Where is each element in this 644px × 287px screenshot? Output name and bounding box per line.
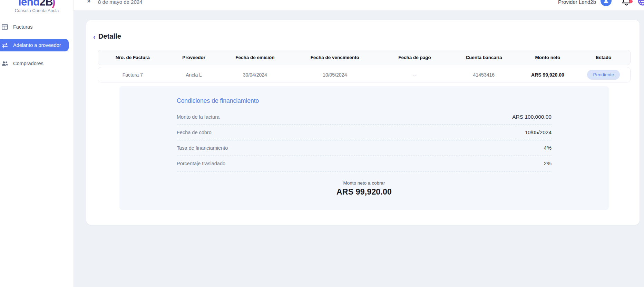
notification-dot <box>629 0 633 3</box>
sidebar-nav: Facturas Adelanto a proveedor Compra <box>0 21 74 70</box>
condition-row-monto-factura: Monto de la factura ARS 100,000.00 <box>177 109 552 125</box>
language-globe-icon[interactable] <box>637 0 644 6</box>
sidebar-collapse-icon[interactable]: » <box>87 0 91 4</box>
condition-label: Monto de la factura <box>177 114 219 120</box>
logo-text-lend: lend <box>18 0 40 8</box>
cell-cuenta-bancaria: 41453416 <box>449 72 518 78</box>
sidebar-item-adelanto-a-proveedor[interactable]: Adelanto a proveedor <box>0 39 69 51</box>
col-header-nro-factura: Nro. de Factura <box>98 55 167 60</box>
logo-swoosh: ) <box>52 0 55 8</box>
sidebar-item-compradores[interactable]: Compradores <box>0 57 74 70</box>
col-header-estado: Estado <box>577 55 630 60</box>
invoices-table-icon <box>1 23 8 30</box>
provider-label: Provider Lend2b <box>558 0 596 6</box>
cell-nro-factura: Factura 7 <box>98 72 167 78</box>
logo: lend2B) Consola Cuenta Ancla <box>0 0 74 13</box>
invoice-table: Nro. de Factura Proveedor Fecha de emisi… <box>98 50 631 82</box>
transfer-arrows-icon <box>1 42 8 49</box>
user-avatar[interactable] <box>601 0 612 6</box>
topbar: » 8 de mayo de 2024 Provider Lend2b <box>74 0 644 10</box>
conditions-title: Condiciones de financiamiento <box>177 97 552 105</box>
status-badge: Pendiente <box>587 70 620 80</box>
condition-label: Fecha de cobro <box>177 130 212 135</box>
notifications-bell-icon[interactable] <box>621 0 633 7</box>
current-date: 8 de mayo de 2024 <box>98 0 142 6</box>
condition-row-fecha-cobro: Fecha de cobro 10/05/2024 <box>177 125 552 140</box>
detail-header: ‹ Detalle <box>86 20 640 40</box>
net-amount-value: ARS 99,920.00 <box>177 187 552 197</box>
cell-monto-neto: ARS 99,920.00 <box>518 72 577 78</box>
condition-label: Tasa de financiamiento <box>177 145 228 151</box>
console-subtitle: Consola Cuenta Ancla <box>0 8 74 13</box>
condition-label: Porcentaje trasladado <box>177 161 225 166</box>
detail-card: ‹ Detalle Nro. de Factura Proveedor Fech… <box>86 20 640 225</box>
condition-value: 4% <box>544 145 552 151</box>
net-amount-summary: Monto neto a cobrar ARS 99,920.00 <box>177 180 552 197</box>
back-chevron-icon[interactable]: ‹ <box>93 33 96 40</box>
condition-row-tasa-financiamiento: Tasa de financiamiento 4% <box>177 140 552 156</box>
condition-value: ARS 100,000.00 <box>512 114 552 120</box>
col-header-fecha-pago: Fecha de pago <box>380 55 449 60</box>
sidebar-item-label: Compradores <box>13 61 43 66</box>
sidebar-item-label: Facturas <box>13 24 32 30</box>
table-header-row: Nro. de Factura Proveedor Fecha de emisi… <box>98 50 631 65</box>
cell-fecha-vencimiento: 10/05/2024 <box>290 72 380 78</box>
cell-fecha-pago: -- <box>380 72 449 78</box>
condition-value: 10/05/2024 <box>525 129 552 136</box>
cell-proveedor: Ancla L <box>167 72 220 78</box>
condition-value: 2% <box>544 160 552 167</box>
cell-estado: Pendiente <box>577 70 630 80</box>
condition-row-porcentaje-trasladado: Porcentaje trasladado 2% <box>177 156 552 171</box>
net-amount-label: Monto neto a cobrar <box>177 180 552 186</box>
cell-fecha-emision: 30/04/2024 <box>221 72 290 78</box>
col-header-fecha-emision: Fecha de emisión <box>221 55 290 60</box>
col-header-proveedor: Proveedor <box>167 55 220 60</box>
sidebar-item-facturas[interactable]: Facturas <box>0 21 74 33</box>
users-icon <box>1 60 8 67</box>
col-header-monto-neto: Monto neto <box>518 55 577 60</box>
col-header-fecha-vencimiento: Fecha de vencimiento <box>290 55 380 60</box>
logo-text-2b: 2B <box>40 0 53 8</box>
page-title: Detalle <box>98 32 121 40</box>
col-header-cuenta-bancaria: Cuenta bancaria <box>449 55 518 60</box>
sidebar: lend2B) Consola Cuenta Ancla Facturas <box>0 0 74 287</box>
financing-conditions-panel: Condiciones de financiamiento Monto de l… <box>119 86 609 210</box>
sidebar-item-label: Adelanto a proveedor <box>13 42 61 48</box>
table-row[interactable]: Factura 7 Ancla L 30/04/2024 10/05/2024 … <box>98 67 631 82</box>
